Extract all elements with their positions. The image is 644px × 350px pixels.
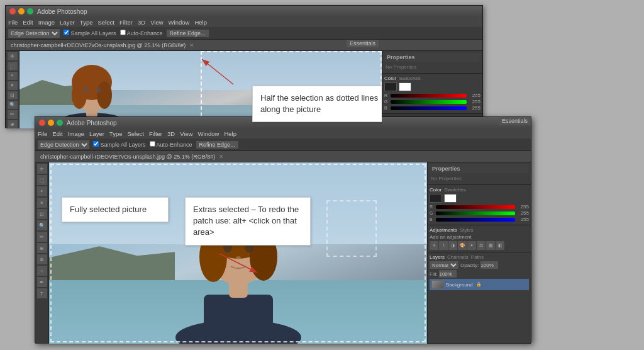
pen-tool-bottom[interactable]: ✒	[37, 277, 47, 287]
menu-view-bottom[interactable]: View	[180, 130, 192, 137]
fg-color[interactable]	[384, 82, 397, 91]
menu-3d-bottom[interactable]: 3D	[167, 130, 175, 137]
menu-filter-top[interactable]: Filter	[119, 19, 133, 26]
minimize-button-top[interactable]	[18, 8, 25, 14]
menu-image-top[interactable]: Image	[38, 19, 55, 26]
menu-layer-top[interactable]: Layer	[60, 19, 75, 26]
eyedropper-tool[interactable]: 🔍	[8, 101, 18, 109]
minimize-button-bottom[interactable]	[48, 120, 54, 126]
layer-thumb-bottom	[431, 280, 444, 289]
svg-point-5	[97, 81, 112, 109]
maximize-button-bottom[interactable]	[57, 120, 63, 126]
r-slider[interactable]	[391, 94, 467, 98]
blend-mode-select-bottom[interactable]: Normal	[430, 261, 458, 269]
menu-3d-top[interactable]: 3D	[138, 19, 145, 26]
document-tab-top[interactable]: christopher-campbell-rDEOVtE7vOs-unsplas…	[6, 40, 482, 51]
menu-type-bottom[interactable]: Type	[109, 130, 123, 137]
tab-close-bottom[interactable]: ✕	[219, 154, 224, 160]
clone-tool[interactable]: ⊕	[8, 120, 18, 128]
menu-filter-bottom[interactable]: Filter	[149, 130, 162, 137]
marquee-tool-bottom[interactable]: ⬚	[37, 175, 47, 185]
menu-edit-bottom[interactable]: Edit	[52, 130, 62, 137]
refine-edge-btn-bottom[interactable]: Refine Edge...	[196, 141, 238, 149]
opacity-input-bottom[interactable]	[480, 261, 498, 269]
text-tool-bottom[interactable]: T	[37, 288, 47, 298]
layer-bg-label-bottom: Background	[446, 282, 473, 288]
g-slider-row: G 255	[384, 99, 480, 104]
styles-tab-bottom[interactable]: Styles	[460, 227, 474, 233]
close-button-top[interactable]	[9, 8, 16, 14]
sample-all-label-bottom: Sample All Layers	[93, 141, 146, 148]
menu-file-top[interactable]: File	[8, 19, 18, 26]
brightness-adj-bottom[interactable]: ☀	[430, 241, 438, 250]
callout-top: Half the selection as dotted lines along…	[252, 86, 382, 122]
mode-select-bottom[interactable]: Edge Detection	[38, 140, 89, 149]
refine-edge-btn[interactable]: Refine Edge...	[167, 30, 209, 37]
close-button-bottom[interactable]	[39, 120, 45, 126]
lasso-tool-bottom[interactable]: ⌖	[37, 186, 47, 196]
fill-input-bottom[interactable]	[439, 270, 457, 278]
magic-wand-tool[interactable]: ✴	[8, 81, 18, 89]
brush-tool[interactable]: ✏	[8, 110, 18, 118]
menu-image-bottom[interactable]: Image	[68, 130, 84, 137]
color-tab-bottom[interactable]: Color	[430, 187, 441, 193]
exposure-adj-bottom[interactable]: ◑	[448, 241, 457, 250]
r-slider-bottom[interactable]	[436, 205, 515, 209]
color-tab-top[interactable]: Color	[384, 76, 396, 81]
g-slider-bottom[interactable]	[436, 212, 515, 215]
brush-tool-bottom[interactable]: ✏	[37, 232, 47, 242]
color-balance-adj-bottom[interactable]: ⚖	[477, 241, 486, 250]
menu-edit-top[interactable]: Edit	[23, 19, 33, 26]
sample-all-checkbox-bottom[interactable]	[93, 141, 99, 147]
dodge-tool-bottom[interactable]: ○	[37, 266, 47, 276]
fg-color-bottom[interactable]	[430, 194, 442, 203]
crop-tool[interactable]: ⊡	[8, 91, 18, 99]
crop-tool-bottom[interactable]: ⊡	[37, 209, 47, 219]
menu-select-top[interactable]: Select	[97, 19, 114, 26]
sample-all-checkbox[interactable]	[64, 30, 69, 35]
window-controls-bottom[interactable]	[39, 120, 63, 126]
menu-select-bottom[interactable]: Select	[127, 130, 143, 137]
b-slider-bottom[interactable]	[436, 218, 515, 222]
bg-color-bottom[interactable]	[444, 194, 457, 203]
g-slider[interactable]	[391, 100, 467, 104]
lasso-tool[interactable]: ⌖	[8, 72, 18, 80]
move-tool[interactable]: ✛	[8, 52, 18, 60]
b-slider[interactable]	[391, 106, 467, 110]
tab-close-top[interactable]: ✕	[189, 42, 194, 48]
paths-tab-bottom[interactable]: Paths	[471, 254, 484, 260]
maximize-button-top[interactable]	[27, 8, 33, 14]
auto-enhance-checkbox-bottom[interactable]	[150, 141, 155, 147]
layer-background-bottom[interactable]: Background 🔒	[430, 279, 529, 290]
channels-tab-bottom[interactable]: Channels	[447, 254, 469, 260]
vibrance-adj-bottom[interactable]: ✦	[467, 241, 476, 250]
swatches-tab-top[interactable]: Swatches	[399, 76, 421, 81]
swatches-tab-bottom[interactable]: Swatches	[444, 187, 466, 193]
heal-tool-bottom[interactable]: ⊗	[37, 254, 47, 264]
document-tab-bottom[interactable]: christopher-campbell-rDEOVtE7vOs-unsplas…	[35, 151, 531, 162]
menu-help-bottom[interactable]: Help	[224, 130, 236, 137]
menu-layer-bottom[interactable]: Layer	[89, 130, 104, 137]
menu-view-top[interactable]: View	[150, 19, 163, 26]
menu-window-top[interactable]: Window	[169, 19, 190, 26]
adjustments-tab-bottom[interactable]: Adjustments	[430, 227, 457, 233]
auto-enhance-checkbox[interactable]	[120, 30, 126, 35]
menu-file-bottom[interactable]: File	[38, 130, 47, 137]
window-controls-top[interactable]	[9, 8, 33, 14]
hue-adj-bottom[interactable]: 🎨	[458, 241, 467, 250]
move-tool-bottom[interactable]: ✛	[37, 164, 47, 174]
menu-type-top[interactable]: Type	[80, 19, 93, 26]
levels-adj-bottom[interactable]: ▦	[486, 241, 495, 250]
layers-tab-bottom[interactable]: Layers	[430, 254, 445, 260]
mode-select-top[interactable]: Edge Detection	[8, 29, 60, 38]
menu-help-top[interactable]: Help	[194, 19, 207, 26]
eyedropper-bottom[interactable]: 🔍	[37, 220, 47, 230]
magic-wand-bottom[interactable]: ✴	[37, 198, 47, 208]
b-value: 255	[468, 105, 480, 111]
marquee-tool[interactable]: ⬚	[8, 62, 18, 70]
menu-window-bottom[interactable]: Window	[198, 130, 219, 137]
curves-adj-bottom[interactable]: ⌇	[439, 241, 448, 250]
bw-adj-bottom[interactable]: ◧	[496, 241, 504, 250]
clone-tool-bottom[interactable]: ⊕	[37, 243, 47, 253]
bg-color[interactable]	[399, 82, 411, 91]
